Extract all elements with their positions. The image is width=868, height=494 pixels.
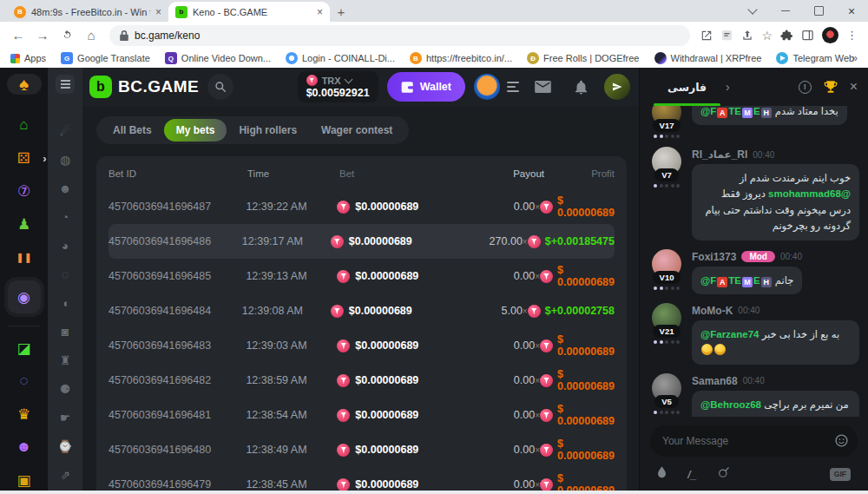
gif-button[interactable]: GIF — [830, 468, 851, 481]
sidebar-item-keno-target[interactable]: ◉ — [8, 280, 41, 313]
chat-close-icon[interactable]: × — [850, 80, 858, 94]
address-bar[interactable]: bc.game/keno — [109, 25, 690, 46]
table-row[interactable]: 4570603694169648412:39:08 AM$0.000006895… — [108, 293, 615, 328]
sidebar-item-dotted-ring[interactable]: ◌ — [7, 368, 42, 394]
mention-link[interactable]: @Behrooz68 — [700, 399, 761, 410]
game-item-smiley-dashed[interactable]: ◌ — [62, 260, 69, 288]
game-item-egg[interactable]: ◖ — [62, 288, 69, 317]
username-row[interactable]: RI_عماد_RI00:40 — [692, 148, 859, 161]
minimize-button[interactable] — [769, 0, 802, 22]
sidebar-item-masks[interactable]: ☻ — [7, 434, 42, 460]
mail-button[interactable] — [528, 74, 557, 100]
username-row[interactable]: Foxi1373Mod00:40 — [692, 251, 859, 263]
game-item-plinko-ball[interactable]: ◍ — [60, 145, 70, 174]
sidebar-item-lottery-cards[interactable]: ❚❚ — [7, 244, 42, 270]
search-button[interactable] — [207, 74, 233, 100]
bets-tab-my-bets[interactable]: My bets — [164, 119, 227, 142]
game-item-bomb[interactable]: ⚈ — [60, 374, 71, 403]
table-row[interactable]: 4570603694169647912:38:45 AM$0.000006890… — [108, 467, 615, 491]
game-item-yarn[interactable]: ◙ — [62, 317, 69, 346]
window-chevron-button[interactable] — [736, 0, 769, 22]
sidebar-item-casino-dice[interactable]: ⚄› — [7, 145, 42, 171]
sidebar-item-ticket[interactable]: ◪ — [7, 335, 42, 361]
forward-button[interactable]: → — [31, 24, 54, 47]
game-item-bird[interactable]: ◔ — [62, 202, 69, 231]
reload-button[interactable] — [56, 24, 78, 47]
mention-link[interactable]: @F — [700, 275, 716, 286]
mention-link[interactable]: @Farzane74 — [700, 329, 759, 339]
close-window-button[interactable]: × — [835, 0, 868, 22]
rain-drop-icon[interactable] — [657, 466, 667, 482]
emoji-picker-icon[interactable] — [834, 433, 849, 451]
new-tab-button[interactable]: + — [330, 4, 352, 19]
restore-button[interactable] — [802, 0, 835, 22]
chat-message-input[interactable] — [650, 425, 858, 457]
back-button[interactable]: ← — [7, 24, 30, 47]
spade-logo-icon[interactable]: ♠ — [7, 74, 42, 95]
tab-close-icon[interactable]: × — [155, 7, 161, 17]
user-avatar[interactable] — [474, 74, 500, 100]
share-icon[interactable] — [741, 30, 753, 42]
notifications-button[interactable] — [566, 74, 595, 100]
open-in-new-icon[interactable] — [700, 30, 713, 42]
sidebar-item-slots-seven[interactable]: ⑦ — [7, 178, 42, 204]
coin-flip-icon[interactable] — [718, 466, 730, 482]
mention-link[interactable]: TE — [728, 106, 741, 116]
bookmark-item[interactable]: QOnline Video Down... — [165, 52, 271, 64]
bookmark-item[interactable]: Bhttps://freebitco.in/... — [410, 52, 512, 64]
bookmark-item[interactable]: GGoogle Translate — [61, 52, 150, 64]
side-panel-icon[interactable] — [801, 29, 814, 42]
mention-link[interactable]: TE — [728, 275, 741, 286]
table-row[interactable]: 4570603694169648612:39:17 AM$0.000006892… — [108, 224, 615, 259]
bookmarks-overflow-button[interactable]: » — [852, 52, 858, 64]
sidebar-item-home[interactable]: ⌂ — [7, 112, 42, 138]
browser-menu-icon[interactable]: ⋮ — [846, 29, 858, 42]
bookmark-item[interactable]: Withdrawal | XRPfree — [654, 52, 762, 64]
username-row[interactable]: MoMo-K00:40 — [692, 305, 859, 317]
bookmark-item[interactable]: ÐFree Rolls | DOGEfree — [527, 52, 639, 64]
game-item-hand[interactable]: ☛ — [60, 403, 71, 431]
mention-link[interactable]: E — [753, 106, 760, 116]
sidebar-hamburger-icon[interactable] — [56, 75, 75, 94]
sidebar-item-player[interactable]: ♟ — [7, 211, 42, 237]
wallet-button[interactable]: Wallet — [387, 72, 465, 102]
mention-link[interactable]: @smohammad68 — [768, 188, 851, 199]
tab-close-icon[interactable]: × — [317, 7, 323, 17]
game-item-gorilla[interactable]: ☻ — [59, 174, 72, 202]
browser-tab[interactable]: B48m:9s - FreeBitco.in - Win free B× — [7, 2, 168, 22]
table-row[interactable]: 4570603694169648212:38:59 AM$0.000006890… — [108, 363, 615, 398]
table-row[interactable]: 4570603694169648112:38:54 AM$0.000006890… — [108, 398, 615, 432]
chat-commands-icon[interactable]: /_ — [687, 468, 697, 481]
bookmark-star-icon[interactable]: ☆ — [761, 29, 773, 43]
chat-toggle-button[interactable] — [604, 74, 630, 100]
mention-link[interactable]: E — [753, 275, 760, 286]
username-row[interactable]: Saman6800:40 — [692, 375, 859, 387]
table-row[interactable]: 4570603694169648312:39:03 AM$0.000006890… — [108, 328, 615, 363]
bets-tab-all-bets[interactable]: All Bets — [101, 119, 164, 142]
extensions-puzzle-icon[interactable] — [780, 29, 793, 42]
bcgame-logo[interactable]: b BC.GAME — [89, 76, 199, 98]
table-row[interactable]: 4570603694169648512:39:13 AM$0.000006890… — [108, 259, 615, 293]
bets-tab-wager-contest[interactable]: Wager contest — [309, 119, 404, 142]
currency-selector[interactable]: TRX $0.00592921 — [298, 71, 378, 102]
bookmark-item[interactable]: Telegram Web — [776, 52, 854, 64]
browser-profile-avatar[interactable] — [822, 27, 838, 43]
game-item-watch[interactable]: ⌚ — [57, 431, 72, 460]
table-row[interactable]: 4570603694169648712:39:22 AM$0.000006890… — [108, 189, 615, 224]
chevron-right-icon[interactable]: › — [726, 80, 730, 94]
bookmark-item[interactable]: Login - COINALL-Di... — [286, 52, 395, 64]
chat-language-tab[interactable]: فارسی — [650, 68, 724, 106]
sidebar-item-monitor[interactable]: ▣ — [7, 467, 42, 493]
translate-icon[interactable] — [720, 29, 733, 42]
game-item-rocket[interactable]: ⇗ — [60, 460, 70, 489]
table-row[interactable]: 4570603694169648012:38:49 AM$0.000006890… — [108, 432, 615, 467]
browser-tab[interactable]: bKeno - BC.GAME× — [168, 2, 330, 22]
bookmark-item[interactable]: Apps — [10, 53, 46, 63]
home-button[interactable]: ⌂ — [80, 24, 102, 47]
game-item-castle[interactable]: ♜ — [60, 346, 71, 374]
sidebar-item-crown[interactable]: ♛ — [7, 401, 42, 427]
bottom-scrollbar-strip[interactable] — [0, 491, 868, 494]
game-item-drop[interactable]: ◕ — [62, 231, 69, 260]
account-menu-icon[interactable] — [507, 82, 519, 92]
trophy-icon[interactable] — [824, 80, 838, 94]
